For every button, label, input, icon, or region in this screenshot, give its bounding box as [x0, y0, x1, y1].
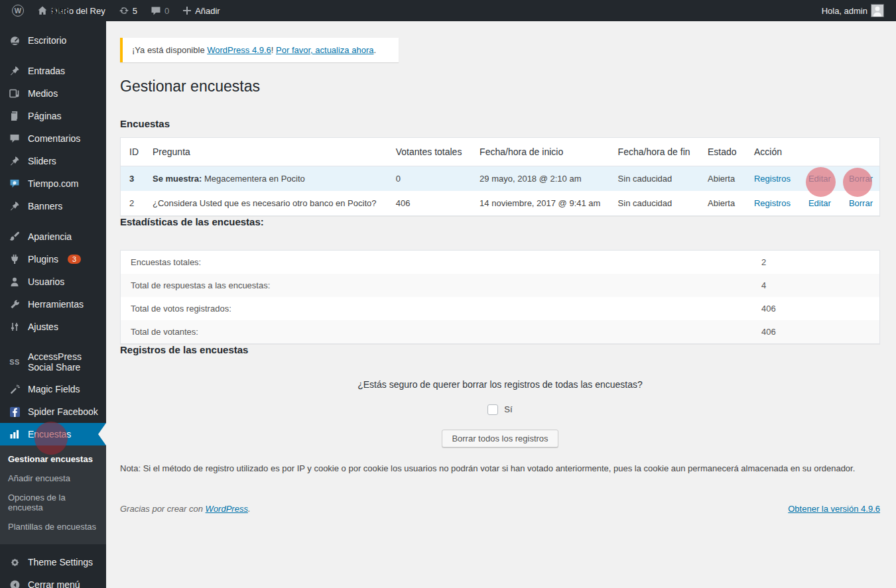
page-footer: Gracias por crear con WordPress. Obtener…	[120, 504, 880, 514]
polls-section-heading: Encuestas	[120, 118, 880, 129]
sidebar-item-spider-facebook[interactable]: Spider Facebook	[0, 400, 106, 423]
submenu-item-plantillas-encuestas[interactable]: Plantillas de encuestas	[0, 517, 106, 536]
registros-link[interactable]: Registros	[754, 198, 791, 208]
stats-label: Encuestas totales:	[131, 257, 761, 267]
poll-status: Abierta	[701, 166, 747, 191]
poll-votes: 406	[389, 191, 473, 215]
footer-thanks-text: Gracias por crear con	[120, 504, 206, 514]
plus-icon	[182, 6, 192, 15]
sidebar-item-label: Usuarios	[28, 276, 64, 287]
delete-all-records-button[interactable]: Borrar todos los registros	[442, 430, 558, 447]
column-header-pregunta: Pregunta	[146, 138, 389, 166]
editar-link[interactable]: Editar	[808, 174, 831, 184]
wrench-icon	[8, 299, 21, 310]
pin-icon	[8, 201, 21, 211]
pin-icon	[8, 156, 21, 166]
comments-menu[interactable]: 0	[145, 0, 174, 21]
menu-separator	[0, 338, 106, 346]
facebook-icon	[8, 407, 21, 417]
borrar-link[interactable]: Borrar	[849, 198, 873, 208]
sidebar-item-plugins[interactable]: Plugins 3	[0, 248, 106, 270]
delete-confirm-question: ¿Estás seguro de querer borrar los regis…	[120, 379, 880, 390]
sidebar-item-cerrar-menu[interactable]: Cerrar menú	[0, 573, 106, 588]
tiempo-weather-icon	[8, 178, 21, 189]
dashboard-icon	[8, 35, 21, 46]
cookie-note: Nota: Si el método de registro utilizado…	[120, 463, 880, 473]
borrar-link[interactable]: Borrar	[849, 174, 873, 184]
wordpress-logo-menu[interactable]: W	[7, 0, 29, 21]
collapse-arrow-icon	[8, 579, 21, 588]
home-icon	[37, 5, 48, 16]
stats-row: Total de respuestas a las encuestas: 4	[121, 274, 879, 297]
submenu-item-anadir-encuesta[interactable]: Añadir encuesta	[0, 469, 106, 488]
updates-menu[interactable]: 5	[113, 0, 143, 21]
sidebar-item-tiempo[interactable]: Tiempo.com	[0, 172, 106, 195]
table-row-poll-3: 3 Se muestra: Megacementera en Pocito 0 …	[121, 166, 879, 191]
stats-label: Total de respuestas a las encuestas:	[131, 280, 761, 290]
main-content: ¡Ya está disponible WordPress 4.9.6! Por…	[106, 21, 896, 588]
pin-icon	[8, 66, 21, 76]
sidebar-item-escritorio[interactable]: Escritorio	[0, 29, 106, 52]
sidebar-item-label: Escritorio	[28, 35, 66, 46]
poll-status: Abierta	[701, 191, 747, 215]
sidebar-item-paginas[interactable]: Páginas	[0, 105, 106, 127]
updates-icon	[119, 5, 129, 16]
sidebar-item-medios[interactable]: Medios	[0, 82, 106, 105]
submenu-item-opciones-encuesta[interactable]: Opciones de la encuesta	[0, 488, 106, 517]
sidebar-item-label: Spider Facebook	[28, 406, 98, 417]
sidebar-item-label: Plugins	[28, 254, 58, 265]
sidebar-item-theme-settings[interactable]: Theme Settings	[0, 551, 106, 573]
plugin-icon	[8, 254, 21, 265]
sidebar-item-label: Cerrar menú	[28, 579, 80, 588]
menu-separator	[0, 217, 106, 225]
stats-value: 406	[761, 327, 869, 337]
wordpress-version-link[interactable]: WordPress 4.9.6	[207, 45, 271, 55]
poll-end-date: Sin caducidad	[611, 166, 701, 191]
table-row-poll-2: 2 ¿Considera Usted que es necesario otro…	[121, 191, 879, 215]
magic-wand-icon	[8, 384, 21, 394]
editar-link[interactable]: Editar	[808, 198, 831, 208]
poll-id: 2	[121, 191, 146, 215]
sidebar-item-entradas[interactable]: Entradas	[0, 60, 106, 82]
sidebar-item-accesspress[interactable]: SS AccessPress Social Share	[0, 346, 106, 378]
sidebar-item-magic-fields[interactable]: Magic Fields	[0, 378, 106, 400]
polls-table: ID Pregunta Votantes totales Fecha/hora …	[120, 137, 880, 216]
sidebar-item-banners[interactable]: Banners	[0, 195, 106, 217]
submenu-item-gestionar-encuestas[interactable]: Gestionar encuestas	[0, 449, 106, 469]
sidebar-item-ajustes[interactable]: Ajustes	[0, 316, 106, 338]
wordpress-footer-link[interactable]: WordPress	[206, 504, 248, 514]
poll-end-date: Sin caducidad	[611, 191, 701, 215]
sidebar-item-herramientas[interactable]: Herramientas	[0, 293, 106, 316]
new-content-label: Añadir	[195, 6, 220, 16]
my-account-menu[interactable]: Hola, admin	[816, 0, 889, 21]
column-header-id: ID	[121, 138, 146, 166]
stats-label: Total de votantes:	[131, 327, 761, 337]
stats-section-heading: Estadísticas de las encuestas:	[120, 216, 880, 227]
column-header-votantes: Votantes totales	[389, 138, 473, 166]
visit-site-link[interactable]: Sitio Diario del Rey	[32, 0, 111, 21]
user-icon	[8, 276, 21, 287]
admin-bar: W Sitio Diario del Rey 5 0	[0, 0, 896, 21]
column-header-estado: Estado	[701, 138, 747, 166]
update-notice: ¡Ya está disponible WordPress 4.9.6! Por…	[120, 38, 399, 62]
bar-chart-icon	[8, 429, 21, 440]
comment-icon	[8, 133, 21, 144]
stats-row: Total de votantes: 406	[121, 320, 879, 343]
media-icon	[8, 88, 21, 99]
encuestas-submenu: Gestionar encuestas Añadir encuesta Opci…	[0, 445, 106, 544]
get-version-link[interactable]: Obtener la versión 4.9.6	[788, 504, 880, 514]
sidebar-item-label: Medios	[28, 88, 58, 99]
confirm-delete-checkbox[interactable]	[487, 404, 498, 415]
menu-separator	[0, 52, 106, 60]
sidebar-item-label: Sliders	[28, 156, 56, 166]
sidebar-item-encuestas[interactable]: Encuestas	[0, 423, 106, 445]
new-content-menu[interactable]: Añadir	[177, 0, 225, 21]
sidebar-item-comentarios[interactable]: Comentarios	[0, 127, 106, 150]
stats-table: Encuestas totales: 2 Total de respuestas…	[120, 250, 880, 344]
sidebar-item-apariencia[interactable]: Apariencia	[0, 225, 106, 248]
sidebar-item-usuarios[interactable]: Usuarios	[0, 270, 106, 293]
update-now-link[interactable]: Por favor, actualiza ahora	[276, 45, 373, 55]
poll-question: Megacementera en Pocito	[202, 174, 304, 184]
sidebar-item-sliders[interactable]: Sliders	[0, 150, 106, 172]
registros-link[interactable]: Registros	[754, 174, 791, 184]
